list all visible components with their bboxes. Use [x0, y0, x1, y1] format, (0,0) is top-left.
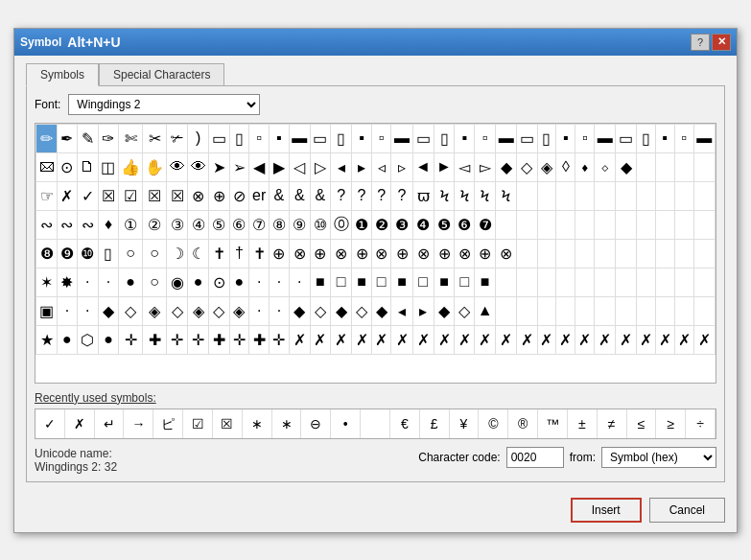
symbol-cell[interactable] [556, 239, 575, 268]
symbol-cell[interactable]: ☽ [167, 239, 188, 268]
symbol-cell[interactable]: · [289, 268, 310, 296]
symbol-cell[interactable]: ☑ [119, 181, 143, 210]
recent-symbol-cell[interactable]: ≤ [627, 409, 657, 438]
symbol-cell[interactable]: ✄ [119, 124, 143, 152]
symbol-cell[interactable] [655, 152, 674, 181]
symbol-cell[interactable]: ✝ [249, 239, 270, 268]
symbol-cell[interactable]: ✚ [249, 325, 270, 354]
symbol-cell[interactable]: ✗ [537, 325, 556, 354]
symbol-cell[interactable]: ⊕ [475, 239, 496, 268]
symbol-cell[interactable] [595, 239, 616, 268]
symbol-cell[interactable]: ◃ [371, 152, 391, 181]
symbol-cell[interactable]: □ [412, 268, 434, 296]
symbol-cell[interactable] [537, 239, 556, 268]
symbol-cell[interactable]: ✗ [575, 325, 595, 354]
symbol-cell[interactable]: ◅ [455, 152, 475, 181]
symbol-cell[interactable]: ✗ [595, 325, 616, 354]
symbol-cell[interactable] [595, 181, 616, 210]
symbol-cell[interactable]: ❸ [391, 210, 412, 239]
symbol-cell[interactable] [517, 268, 537, 296]
symbol-cell[interactable] [636, 181, 655, 210]
symbol-cell[interactable] [575, 296, 595, 325]
symbol-cell[interactable]: ◆ [616, 152, 636, 181]
symbol-cell[interactable]: ○ [143, 239, 167, 268]
symbol-cell[interactable]: ❿ [77, 239, 98, 268]
symbol-cell[interactable]: ⊗ [496, 239, 517, 268]
symbol-cell[interactable]: ◊ [556, 152, 575, 181]
close-button[interactable]: ✕ [712, 34, 731, 51]
symbol-cell[interactable]: ⊗ [455, 239, 475, 268]
symbol-cell[interactable] [517, 210, 537, 239]
symbol-cell[interactable]: ☒ [167, 181, 188, 210]
symbol-cell[interactable]: Ϟ [434, 181, 455, 210]
symbol-cell[interactable]: ▲ [475, 296, 496, 325]
symbol-cell[interactable]: · [270, 268, 290, 296]
symbol-cell[interactable]: ✝ [209, 239, 229, 268]
symbol-cell[interactable]: ▸ [412, 296, 434, 325]
symbol-cell[interactable]: ❻ [455, 210, 475, 239]
symbol-cell[interactable]: □ [455, 268, 475, 296]
symbol-cell[interactable]: ② [143, 210, 167, 239]
symbol-cell[interactable] [636, 268, 655, 296]
symbol-cell[interactable] [674, 210, 693, 239]
symbol-cell[interactable]: ❶ [352, 210, 372, 239]
symbol-cell[interactable]: ✛ [229, 325, 249, 354]
symbol-cell[interactable] [693, 268, 716, 296]
recent-symbol-cell[interactable]: ÷ [686, 409, 716, 438]
symbol-cell[interactable] [517, 239, 537, 268]
symbol-cell[interactable]: ○ [143, 268, 167, 296]
symbol-cell[interactable]: ◆ [496, 152, 517, 181]
symbol-cell[interactable] [575, 181, 595, 210]
symbol-cell[interactable]: ∾ [77, 210, 98, 239]
symbol-cell[interactable]: ✑ [98, 124, 118, 152]
symbol-cell[interactable]: ▹ [391, 152, 412, 181]
symbol-cell[interactable]: ✗ [310, 325, 330, 354]
symbol-cell[interactable]: · [249, 268, 270, 296]
symbol-cell[interactable]: ◈ [537, 152, 556, 181]
symbol-cell[interactable]: ✗ [517, 325, 537, 354]
symbol-cell[interactable]: ✂ [143, 124, 167, 152]
symbol-cell[interactable]: ⊙ [209, 268, 229, 296]
symbol-cell[interactable] [616, 181, 636, 210]
symbol-cell[interactable]: ✚ [143, 325, 167, 354]
symbol-cell[interactable] [496, 296, 517, 325]
symbol-cell[interactable]: ⑧ [270, 210, 290, 239]
symbol-cell[interactable]: ⬦ [595, 152, 616, 181]
symbol-cell[interactable] [636, 296, 655, 325]
symbol-cell[interactable]: ▫ [575, 124, 595, 152]
symbol-cell[interactable]: ✗ [636, 325, 655, 354]
symbol-cell[interactable] [655, 210, 674, 239]
symbol-cell[interactable]: ✗ [412, 325, 434, 354]
symbol-cell[interactable]: ✎ [77, 124, 98, 152]
symbol-cell[interactable] [537, 181, 556, 210]
symbol-cell[interactable] [556, 268, 575, 296]
symbol-cell[interactable]: ❽ [36, 239, 58, 268]
recent-symbol-cell[interactable]: • [331, 409, 361, 438]
symbol-cell[interactable]: ◆ [371, 296, 391, 325]
symbol-cell[interactable]: 👁 [167, 152, 188, 181]
symbol-cell[interactable]: ▭ [517, 124, 537, 152]
symbol-cell[interactable] [556, 210, 575, 239]
symbol-cell[interactable]: † [229, 239, 249, 268]
symbol-cell[interactable] [496, 268, 517, 296]
symbol-cell[interactable]: ✗ [556, 325, 575, 354]
symbol-cell[interactable]: Ϟ [496, 181, 517, 210]
symbol-cell[interactable]: ⊗ [371, 239, 391, 268]
symbol-cell[interactable]: ▪ [352, 124, 372, 152]
symbol-cell[interactable] [674, 181, 693, 210]
symbol-cell[interactable]: ϖ [412, 181, 434, 210]
symbol-cell[interactable]: ▷ [310, 152, 330, 181]
symbol-cell[interactable]: ◈ [229, 296, 249, 325]
symbol-cell[interactable]: ☾ [188, 239, 209, 268]
recent-symbol-cell[interactable]: ≥ [656, 409, 686, 438]
symbol-cell[interactable]: ◇ [310, 296, 330, 325]
symbol-cell[interactable]: ✒ [58, 124, 78, 152]
symbol-cell[interactable]: 🗋 [77, 152, 98, 181]
symbol-cell[interactable]: ✗ [391, 325, 412, 354]
symbol-cell[interactable]: ▬ [391, 124, 412, 152]
symbol-cell[interactable]: ▯ [98, 239, 118, 268]
symbol-cell[interactable]: · [77, 268, 98, 296]
symbol-cell[interactable]: ✚ [209, 325, 229, 354]
symbol-cell[interactable]: Ϟ [475, 181, 496, 210]
recent-symbol-cell[interactable]: ∗ [243, 409, 272, 438]
